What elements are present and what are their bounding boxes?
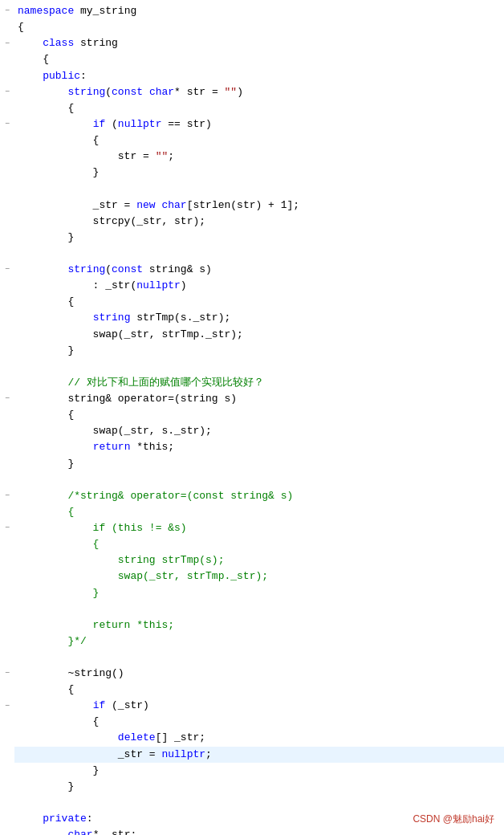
line-gutter xyxy=(0,456,14,472)
fold-icon[interactable]: − xyxy=(2,39,12,48)
token-kw: if xyxy=(93,118,106,130)
token-plain: ) xyxy=(181,279,187,291)
token-plain: ; xyxy=(205,748,212,760)
token-str: "" xyxy=(225,86,238,98)
line-gutter xyxy=(0,568,14,584)
fold-icon[interactable]: − xyxy=(2,701,12,711)
token-kw: public xyxy=(43,70,80,82)
code-line: − string& operator=(string s) xyxy=(0,391,504,407)
fold-icon[interactable]: − xyxy=(2,265,12,275)
line-content: namespace my_string xyxy=(14,3,504,19)
line-content: { xyxy=(14,504,504,520)
code-line: − if (nullptr == str) xyxy=(0,116,504,132)
line-gutter xyxy=(0,633,14,650)
code-content: −namespace my_string{− class string { pu… xyxy=(0,3,504,835)
token-plain: strcpy(_str, str); xyxy=(18,215,205,227)
token-plain xyxy=(18,263,67,275)
line-content: class string xyxy=(14,35,504,51)
fold-icon[interactable]: − xyxy=(2,523,12,533)
token-kw: nullptr xyxy=(118,118,162,130)
token-plain: ~string() xyxy=(18,667,124,679)
line-gutter: − xyxy=(0,666,14,682)
line-gutter xyxy=(0,763,14,779)
line-gutter xyxy=(0,294,14,310)
code-line: − if (this != &s) xyxy=(0,520,504,536)
code-line: { xyxy=(0,51,504,67)
line-content xyxy=(14,795,504,811)
token-plain: == str) xyxy=(161,118,211,130)
token-plain: my_string xyxy=(74,5,136,17)
token-plain: : _str( xyxy=(18,279,136,291)
token-comment: /*string& operator=(const string& s) xyxy=(18,490,293,502)
token-plain: ; xyxy=(168,150,174,162)
line-content: string strTmp(s._str); xyxy=(14,310,504,326)
token-plain: { xyxy=(18,409,74,421)
line-gutter xyxy=(0,617,14,633)
token-kw: const xyxy=(112,86,143,98)
line-gutter xyxy=(0,278,14,294)
line-content xyxy=(14,601,504,617)
line-content: // 对比下和上面的赋值哪个实现比较好？ xyxy=(14,375,504,391)
fold-icon[interactable]: − xyxy=(2,88,12,97)
code-line: { xyxy=(0,714,504,730)
line-content: string(const string& s) xyxy=(14,262,504,278)
code-line: { xyxy=(0,407,504,423)
line-gutter xyxy=(0,423,14,439)
token-kw: class xyxy=(43,37,74,49)
line-gutter xyxy=(0,439,14,455)
line-content xyxy=(14,650,504,666)
fold-icon[interactable]: − xyxy=(2,394,12,404)
line-content: swap(_str, s._str); xyxy=(14,423,504,439)
line-content: } xyxy=(14,165,504,181)
token-kw: if xyxy=(93,699,106,711)
code-line: // 对比下和上面的赋值哪个实现比较好？ xyxy=(0,375,504,391)
line-content: ~string() xyxy=(14,666,504,682)
token-kw: nullptr xyxy=(161,748,205,760)
token-kw: const xyxy=(112,263,143,275)
line-gutter xyxy=(0,585,14,601)
token-plain xyxy=(18,829,67,835)
code-line: { xyxy=(0,536,504,552)
line-content: { xyxy=(14,51,504,67)
code-line: −namespace my_string xyxy=(0,3,504,19)
fold-icon[interactable]: − xyxy=(2,120,12,129)
token-comment: // 对比下和上面的赋值哪个实现比较好？ xyxy=(18,377,264,389)
code-line: } xyxy=(0,585,504,601)
token-comment: string strTmp(s); xyxy=(18,554,224,566)
token-plain xyxy=(18,118,93,130)
code-line: return *this; xyxy=(0,617,504,633)
token-plain: [strlen(str) + 1]; xyxy=(187,199,299,211)
line-gutter xyxy=(0,714,14,730)
code-line xyxy=(0,795,504,811)
fold-icon[interactable]: − xyxy=(2,491,12,501)
line-gutter xyxy=(0,375,14,391)
code-line: − class string xyxy=(0,35,504,51)
fold-icon[interactable]: − xyxy=(2,669,12,678)
code-line: − /*string& operator=(const string& s) xyxy=(0,488,504,504)
line-content xyxy=(14,359,504,375)
code-line: } xyxy=(0,779,504,795)
code-line: { xyxy=(0,132,504,149)
line-gutter: − xyxy=(0,84,14,100)
line-content: if (this != &s) xyxy=(14,520,504,536)
token-plain: string& operator=(string s) xyxy=(18,393,237,405)
code-line: public: xyxy=(0,68,504,84)
token-plain: } xyxy=(18,764,99,776)
token-plain xyxy=(143,86,149,98)
token-plain: _str = xyxy=(18,199,136,211)
token-plain xyxy=(18,813,43,825)
fold-icon[interactable]: − xyxy=(2,6,12,16)
line-gutter: − xyxy=(0,262,14,278)
line-content: str = ""; xyxy=(14,149,504,165)
footer-handle: @魅励hai好 xyxy=(443,813,494,825)
code-line xyxy=(0,650,504,666)
line-content xyxy=(14,181,504,198)
line-gutter: − xyxy=(0,35,14,51)
token-plain xyxy=(18,699,93,711)
line-content: { xyxy=(14,536,504,552)
line-gutter: − xyxy=(0,3,14,19)
code-line: } xyxy=(0,763,504,779)
code-line: string strTmp(s._str); xyxy=(0,310,504,326)
token-plain: string& s) xyxy=(143,263,212,275)
code-line: _str = new char[strlen(str) + 1]; xyxy=(0,198,504,214)
